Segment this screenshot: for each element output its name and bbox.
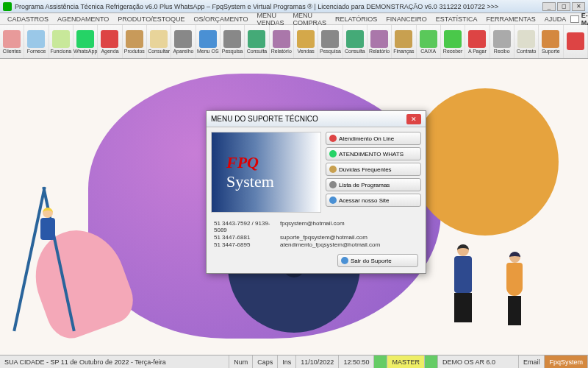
window-title: Programa Assistência Técnica Refrigeraçã… (15, 3, 498, 10)
decor-person-female (500, 252, 529, 333)
toolbar-caixa[interactable]: CAIXA (417, 25, 441, 58)
toolbar-label: Clientes (3, 49, 21, 54)
minimize-button[interactable]: _ (542, 2, 556, 11)
toolbar-receber[interactable]: Receber (441, 25, 465, 58)
toolbar-icon (542, 30, 559, 48)
menu-email[interactable]: E-MAIL (570, 12, 588, 26)
status-ins: Ins (278, 355, 296, 368)
toolbar-label: Vendas (297, 49, 314, 54)
toolbar-icon (346, 30, 364, 48)
toolbar-icon (297, 30, 315, 48)
toolbar-fornece[interactable]: Fornece (24, 25, 49, 58)
toolbar-label: CAIXA (420, 49, 436, 54)
toolbar-btn23[interactable] (564, 25, 588, 58)
toolbar-icon (444, 30, 462, 48)
contact-info: 51 3443-7592 / 9139-5089fpqsystem@hotmai… (207, 217, 426, 254)
button-label: Dúvidas Frequentes (339, 166, 392, 173)
toolbar-recibo[interactable]: Recibo (490, 25, 514, 58)
toolbar-vendas[interactable]: Vendas (294, 25, 318, 58)
button-label: Atendimento On Line (339, 135, 394, 142)
toolbar-clientes[interactable]: Clientes (0, 25, 24, 58)
maximize-button[interactable]: ◻ (557, 2, 570, 11)
button-icon (329, 135, 337, 142)
toolbar-consultar[interactable]: Consultar (147, 25, 171, 58)
app-icon (3, 2, 12, 11)
mail-icon (570, 15, 578, 23)
toolbar-icon (395, 30, 412, 48)
support-atendimento-whats[interactable]: ATENDIMENTO WHATS (326, 147, 421, 160)
logo-text-system: System (226, 172, 320, 191)
menu-compras[interactable]: MENU COMPRAS (288, 12, 331, 26)
main-menubar: CADASTROS AGENDAMENTO PRODUTO/ESTOQUE OS… (0, 13, 588, 25)
toolbar-label: Finanças (393, 49, 414, 54)
menu-ajuda[interactable]: AJUDA (540, 15, 571, 23)
support-acessar-nosso-site[interactable]: Acessar nosso Site (326, 194, 421, 207)
toolbar-label: Fornece (27, 49, 46, 54)
toolbar-whatsapp[interactable]: WhatsApp (74, 25, 98, 58)
toolbar-label: Funciona (50, 49, 71, 54)
toolbar-label: Contrato (517, 49, 537, 54)
toolbar-relatório[interactable]: Relatório (368, 25, 392, 58)
toolbar-consulta[interactable]: Consulta (245, 25, 269, 58)
toolbar-consulta[interactable]: Consulta (343, 25, 368, 58)
button-label: Lista de Programas (339, 182, 390, 188)
toolbar-icon (76, 30, 94, 48)
toolbar-contrato[interactable]: Contrato (514, 25, 539, 58)
menu-estatistica[interactable]: ESTATÍSTICA (431, 15, 482, 23)
toolbar-funciona[interactable]: Funciona (49, 25, 74, 58)
menu-produto[interactable]: PRODUTO/ESTOQUE (113, 15, 189, 23)
toolbar-a pagar[interactable]: A Pagar (465, 25, 490, 58)
toolbar-finanças[interactable]: Finanças (392, 25, 416, 58)
toolbar-label: Relatório (271, 49, 292, 54)
toolbar-suporte[interactable]: Suporte (539, 25, 563, 58)
toolbar-menu os[interactable]: Menu OS (196, 25, 220, 58)
toolbar-label: Relatório (369, 49, 390, 54)
close-button[interactable]: ✕ (572, 2, 585, 11)
menu-ferramentas[interactable]: FERRAMENTAS (481, 15, 539, 23)
menu-agendamento[interactable]: AGENDAMENTO (53, 15, 113, 23)
menu-cadastros[interactable]: CADASTROS (3, 15, 53, 23)
toolbar-icon (468, 30, 486, 48)
toolbar-icon (199, 30, 217, 48)
toolbar-agenda[interactable]: Agenda (98, 25, 122, 58)
toolbar-label: Produtos (124, 49, 145, 54)
contact-email: atendimento_fpqsystem@hotmail.com (280, 241, 418, 248)
toolbar-icon (3, 30, 21, 48)
toolbar-aparelho[interactable]: Aparelho (171, 25, 196, 58)
toolbar-pesquisa[interactable]: Pesquisa (220, 25, 245, 58)
contact-phone: 51 3447-6881 (214, 234, 280, 241)
contact-email: suporte_fpqsystem@hotmail.com (280, 234, 418, 241)
toolbar-icon (150, 30, 168, 48)
button-icon (329, 197, 337, 204)
toolbar-label: Consulta (345, 49, 365, 54)
menu-financeiro[interactable]: FINANCEIRO (381, 15, 431, 23)
dialog-close-button[interactable]: ✕ (406, 114, 421, 124)
dialog-titlebar[interactable]: MENU DO SUPORTE TÉCNICO ✕ (207, 111, 426, 127)
status-brand[interactable]: FpqSystem (545, 355, 588, 368)
toolbar-label: WhatsApp (74, 49, 97, 54)
support-dúvidas-frequentes[interactable]: Dúvidas Frequentes (326, 163, 421, 176)
status-location: SUA CIDADE - SP 11 de Outubro de 2022 - … (0, 355, 229, 368)
status-version: DEMO OS AR 6.0 (438, 355, 519, 368)
status-email[interactable]: Email (519, 355, 545, 368)
toolbar-label: Pesquisa (222, 49, 243, 54)
toolbar-icon (126, 30, 143, 48)
toolbar-produtos[interactable]: Produtos (123, 25, 147, 58)
menu-vendas[interactable]: MENU VENDAS (252, 12, 288, 26)
main-toolbar: ClientesForneceFuncionaWhatsAppAgendaPro… (0, 25, 588, 59)
menu-relatorios[interactable]: RELATÓRIOS (331, 15, 381, 23)
exit-support-button[interactable]: Sair do Suporte (337, 254, 418, 267)
menu-os[interactable]: OS/ORÇAMENTO (190, 15, 253, 23)
button-icon (329, 166, 337, 173)
toolbar-label: Aparelho (173, 49, 193, 54)
toolbar-icon (517, 30, 535, 48)
status-caps: Caps (253, 355, 278, 368)
toolbar-label: Receber (443, 49, 462, 54)
toolbar-relatório[interactable]: Relatório (270, 25, 294, 58)
support-lista-de-programas[interactable]: Lista de Programas (326, 178, 421, 191)
support-atendimento-on-line[interactable]: Atendimento On Line (326, 132, 421, 145)
toolbar-icon (493, 30, 511, 48)
contact-email: fpqsystem@hotmail.com (280, 220, 418, 233)
toolbar-icon (223, 30, 241, 48)
toolbar-pesquisa[interactable]: Pesquisa (318, 25, 343, 58)
